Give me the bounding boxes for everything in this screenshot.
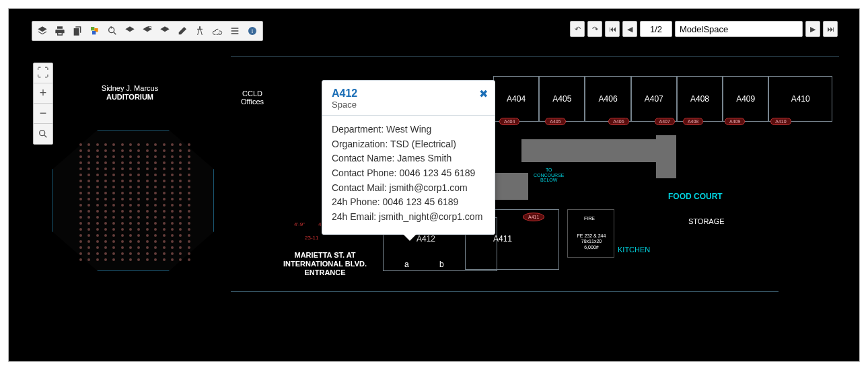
zoom-in-icon[interactable]: +: [34, 83, 52, 104]
pager: ↶ ↷ ⏮ ◀ ▶ ⏭: [570, 21, 838, 37]
food-court-label: FOOD COURT: [668, 192, 723, 201]
room-A404[interactable]: A404A404: [493, 76, 539, 122]
layers-icon[interactable]: [34, 23, 51, 39]
copy-icon[interactable]: [69, 23, 86, 39]
badge-A408: A408: [683, 118, 703, 125]
dim-5: 23-11: [305, 235, 318, 241]
a412-label: A412: [417, 234, 435, 244]
outline-bottom: [231, 291, 779, 292]
fullscreen-icon[interactable]: ⛶: [34, 63, 52, 83]
info-icon[interactable]: i: [244, 23, 261, 39]
popup-org: Organization: TSD (Electrical): [332, 137, 485, 152]
svg-text:-: -: [131, 26, 132, 30]
model-space-input[interactable]: [675, 21, 803, 37]
popup-contact-mail: Contact Mail: jsmith@corp1.com: [332, 181, 485, 196]
first-page-icon[interactable]: ⏮: [605, 21, 620, 37]
room-A405[interactable]: A405A405: [539, 76, 585, 122]
page-number-input[interactable]: [640, 21, 672, 37]
zoom-controls: ⛶ + −: [33, 63, 53, 145]
zoom-out-tool-icon[interactable]: -: [121, 23, 139, 39]
auditorium-label: Sidney J. Marcus AUDITORIUM: [76, 84, 184, 102]
popup-arrow-icon: [403, 234, 417, 241]
undo-icon[interactable]: ↶: [570, 21, 585, 37]
marietta-entrance-label: MARIETTA ST. AT INTERNATIONAL BLVD. ENTR…: [268, 251, 382, 278]
toolbar: T - + i: [32, 21, 263, 41]
ccld-label: CCLDOffices: [241, 89, 264, 106]
dim-1: 4'-9": [294, 221, 305, 227]
popup-24h-email: 24h Email: jsmith_night@corp1.com: [332, 210, 485, 225]
badge-A407: A407: [655, 118, 675, 125]
popup-contact-phone: Contact Phone: 0046 123 45 6189: [332, 166, 485, 181]
gray-block-2: [493, 173, 528, 200]
gray-block-3: [656, 135, 676, 178]
svg-point-11: [40, 131, 45, 136]
svg-point-8: [199, 26, 201, 28]
next-page-icon[interactable]: ▶: [805, 21, 820, 37]
zoom-reset-icon[interactable]: [34, 124, 52, 144]
link-icon[interactable]: [209, 23, 226, 39]
zoom-in-tool-icon[interactable]: +: [156, 23, 174, 39]
popup-24h-phone: 24h Phone: 0046 123 45 6189: [332, 195, 485, 210]
storage-label: STORAGE: [688, 217, 725, 225]
room-A409[interactable]: A409A409: [723, 76, 768, 122]
eraser-icon[interactable]: [174, 23, 191, 39]
svg-text:+: +: [166, 26, 168, 30]
auditorium-seats: [79, 143, 194, 258]
upper-rooms: A404A404 A405A405 A406A406 A407A407 A408…: [493, 76, 832, 122]
a411-label: A411: [493, 234, 512, 244]
badge-A405: A405: [545, 118, 565, 125]
popup-header: A412 Space ✖: [322, 81, 495, 116]
svg-rect-0: [91, 27, 94, 30]
concourse-label: TOCONCOURSEBELOW: [534, 168, 565, 183]
compass-icon[interactable]: [191, 23, 209, 39]
a412-b-label: b: [439, 260, 444, 269]
svg-text:T: T: [110, 26, 112, 30]
a412-a-label: a: [404, 260, 409, 269]
room-A410[interactable]: A410A410: [768, 76, 832, 122]
aux-room-label: FE 232 & 24478x11x206,000#: [571, 233, 612, 250]
gray-block-1: [521, 139, 668, 162]
badge-A409: A409: [725, 118, 745, 125]
popup-subtitle: Space: [332, 100, 485, 110]
auditorium: [46, 123, 221, 278]
popup-dept: Department: West Wing: [332, 122, 485, 137]
fit-tool-icon[interactable]: [139, 23, 156, 39]
badge-A410: A410: [770, 118, 791, 125]
last-page-icon[interactable]: ⏭: [823, 21, 838, 37]
viewer-canvas: T - + i ↶ ↷ ⏮ ◀ ▶ ⏭ ⛶ + − Sidney J. Marc…: [8, 8, 860, 362]
room-A406[interactable]: A406A406: [585, 76, 630, 122]
prev-page-icon[interactable]: ◀: [622, 21, 637, 37]
popup-title: A412: [332, 87, 485, 100]
close-icon[interactable]: ✖: [479, 87, 488, 100]
list-icon[interactable]: [226, 23, 244, 39]
badge-A406: A406: [608, 118, 628, 125]
print-icon[interactable]: [51, 23, 69, 39]
info-popup: A412 Space ✖ Department: West Wing Organ…: [322, 80, 495, 235]
svg-rect-2: [92, 31, 96, 34]
multi-layer-icon[interactable]: [86, 23, 104, 39]
room-A407[interactable]: A407A407: [631, 76, 677, 122]
zoom-out-icon[interactable]: −: [34, 104, 52, 124]
text-search-icon[interactable]: T: [104, 23, 121, 39]
room-A408[interactable]: A408A408: [677, 76, 723, 122]
redo-icon[interactable]: ↷: [587, 21, 602, 37]
outline-top: [231, 56, 839, 69]
popup-body: Department: West Wing Organization: TSD …: [322, 116, 495, 234]
fire-label: FIRE: [584, 216, 595, 221]
kitchen-label: KITCHEN: [618, 246, 650, 254]
popup-contact-name: Contact Name: James Smith: [332, 151, 485, 166]
badge-A404: A404: [499, 118, 519, 125]
